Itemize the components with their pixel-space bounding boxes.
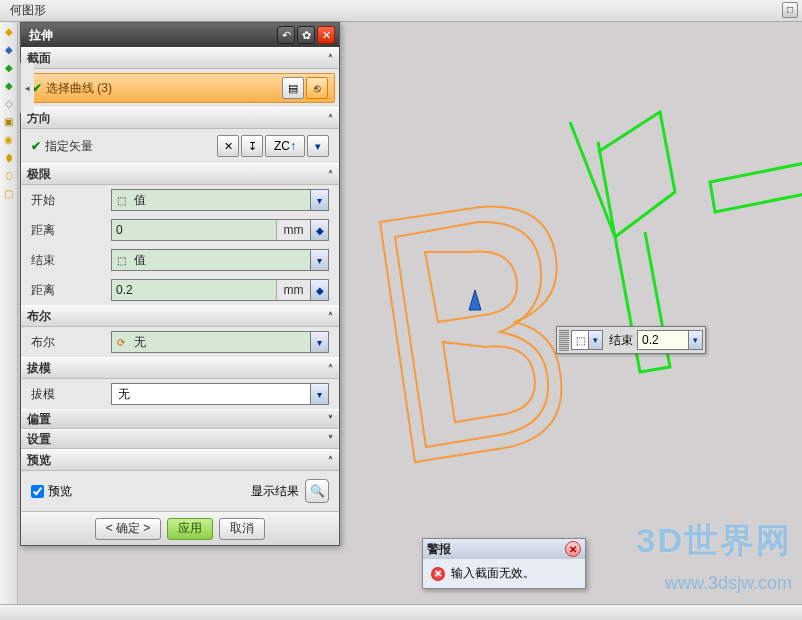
dialog-title: 拉伸 [29,27,275,44]
top-menu-label: 何图形 [10,3,46,17]
chevron-down-icon: ˅ [328,434,333,445]
extrude-dialog: 拉伸 ↶ ✿ ✕ ◂ 截面 ˄ ✔ 选择曲线 (3) ▤ ⎋ 方向 ˄ ✔ [20,22,340,546]
alert-title: 警报 [427,541,451,558]
start-label: 开始 [31,192,111,209]
sketch-curves [340,22,802,604]
tool-button[interactable]: ◉ [1,132,17,148]
none-icon: ⟳ [112,332,130,352]
status-bar [0,604,802,620]
limits-header[interactable]: 极限 ˄ [21,163,339,185]
value-icon: ⬚ [572,331,588,349]
dialog-footer: < 确定 > 应用 取消 [21,511,339,545]
float-end-value[interactable]: 0.2 ▾ [637,330,703,350]
draft-combo[interactable]: 无 ▾ [111,383,329,405]
chevron-up-icon: ˄ [328,363,333,374]
unit-label: mm [276,280,310,300]
chevron-down-icon: ▾ [688,331,702,349]
chevron-up-icon: ˄ [328,455,333,466]
chevron-up-icon: ˄ [328,113,333,124]
end-combo[interactable]: ⬚ 值 ▾ [111,249,329,271]
tool-button[interactable]: ⬮ [1,150,17,166]
top-strip-button[interactable]: □ [782,2,798,18]
check-icon: ✔ [31,139,41,153]
end-label: 结束 [31,252,111,269]
tool-button[interactable]: ⬯ [1,168,17,184]
unit-label: mm [276,220,310,240]
start-distance-field[interactable]: mm ◆ [111,219,329,241]
draft-label: 拔模 [31,386,111,403]
on-screen-input[interactable]: ⬚ ▾ 结束 0.2 ▾ [556,326,706,354]
tool-button[interactable]: ◆ [1,78,17,94]
alert-message: 输入截面无效。 [451,565,535,582]
chevron-down-icon: ▾ [310,190,328,210]
chevron-down-icon: ▾ [588,331,602,349]
svg-marker-0 [469,290,481,310]
draft-header[interactable]: 拔模 ˄ [21,357,339,379]
float-end-label: 结束 [605,332,637,349]
offset-header[interactable]: 偏置 ˅ [21,409,339,429]
grip-handle[interactable] [559,329,569,351]
chevron-down-icon: ▾ [310,332,328,352]
float-type-combo[interactable]: ⬚ ▾ [571,330,603,350]
chevron-down-icon: ▾ [310,250,328,270]
cancel-button[interactable]: 取消 [219,518,265,540]
dialog-left-sash[interactable]: ◂ [20,63,34,113]
value-icon: ⬚ [112,190,130,210]
apply-button[interactable]: 应用 [167,518,213,540]
sketch-section-icon[interactable]: ▤ [282,77,304,99]
tool-button[interactable]: ◆ [1,42,17,58]
select-curve-row[interactable]: ✔ 选择曲线 (3) ▤ ⎋ [25,73,335,103]
section-section-header[interactable]: 截面 ˄ [21,47,339,69]
chevron-down-icon: ˅ [328,414,333,425]
tool-button[interactable]: ▢ [1,186,17,202]
vector-dropdown-icon[interactable]: ▾ [307,135,329,157]
specify-vector-row: ✔ 指定矢量 ✕ ↧ ZC↑ ▾ [21,129,339,163]
app-background: 何图形 □ ◆ ◆ ◆ ◆ ◇ ▣ ◉ ⬮ ⬯ ▢ [0,0,802,620]
boolean-header[interactable]: 布尔 ˄ [21,305,339,327]
settings-header[interactable]: 设置 ˅ [21,429,339,449]
direction-header[interactable]: 方向 ˄ [21,107,339,129]
start-distance-input[interactable] [112,220,276,240]
tool-button[interactable]: ▣ [1,114,17,130]
spinner-icon[interactable]: ◆ [310,280,328,300]
preview-checkbox-label: 预览 [48,483,72,500]
ok-button[interactable]: < 确定 > [95,518,162,540]
alert-popup: 警报 ✕ ✕ 输入截面无效。 [422,538,586,589]
error-icon: ✕ [431,567,445,581]
start-combo[interactable]: ⬚ 值 ▾ [111,189,329,211]
tool-button[interactable]: ◆ [1,24,17,40]
vector-constructor-icon[interactable]: ↧ [241,135,263,157]
end-distance-input[interactable] [112,280,276,300]
reverse-vector-icon[interactable]: ✕ [217,135,239,157]
chevron-up-icon: ˄ [328,311,333,322]
settings-icon[interactable]: ✿ [297,26,315,44]
end-distance-label: 距离 [31,282,111,299]
preview-header[interactable]: 预览 ˄ [21,449,339,471]
axis-combo[interactable]: ZC↑ [265,135,305,157]
left-toolbar: ◆ ◆ ◆ ◆ ◇ ▣ ◉ ⬮ ⬯ ▢ [0,22,18,620]
chevron-up-icon: ˄ [328,169,333,180]
boolean-combo[interactable]: ⟳ 无 ▾ [111,331,329,353]
end-distance-field[interactable]: mm ◆ [111,279,329,301]
spinner-icon[interactable]: ◆ [310,220,328,240]
watermark-text: 3D世界网 [637,518,792,564]
top-menu-strip: 何图形 □ [0,0,802,22]
tool-button[interactable]: ◆ [1,60,17,76]
viewport-3d[interactable]: 3D世界网 www.3dsjw.com [340,22,802,604]
chevron-up-icon: ˄ [328,53,333,64]
tool-button[interactable]: ◇ [1,96,17,112]
magnifier-icon[interactable]: 🔍 [305,479,329,503]
value-icon: ⬚ [112,250,130,270]
alert-titlebar[interactable]: 警报 ✕ [423,539,585,559]
show-result-label: 显示结果 [251,483,299,500]
watermark-url: www.3dsjw.com [665,573,792,594]
alert-close-icon[interactable]: ✕ [565,541,581,557]
chevron-down-icon: ▾ [310,384,328,404]
boolean-label: 布尔 [31,334,111,351]
curve-rule-icon[interactable]: ⎋ [306,77,328,99]
close-icon[interactable]: ✕ [317,26,335,44]
preview-checkbox[interactable] [31,485,44,498]
dialog-titlebar[interactable]: 拉伸 ↶ ✿ ✕ [21,23,339,47]
undo-icon[interactable]: ↶ [277,26,295,44]
select-curve-label: 选择曲线 (3) [46,80,280,97]
